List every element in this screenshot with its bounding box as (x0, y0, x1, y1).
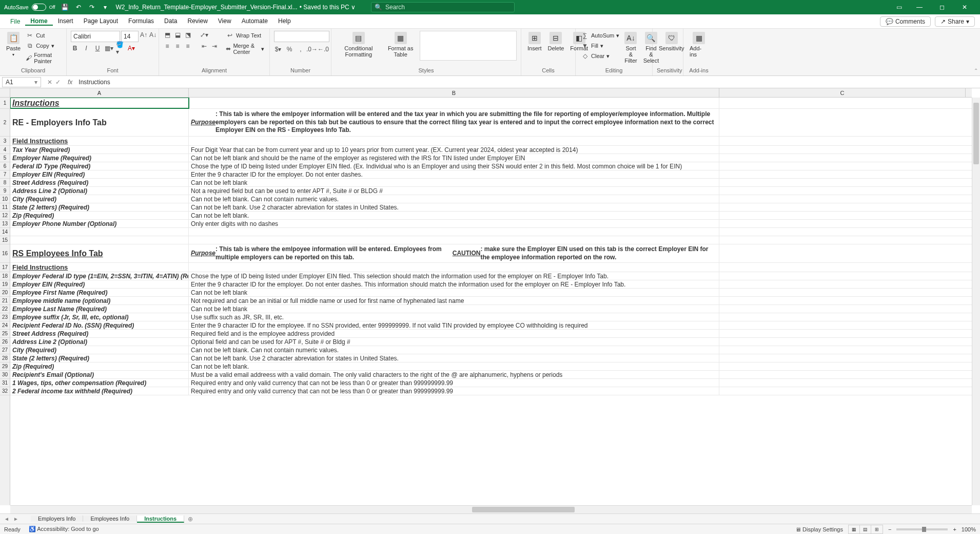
cell[interactable]: 1 Wages, tips, other compensation (Requi… (10, 379, 189, 387)
accounting-icon[interactable]: $▾ (274, 45, 282, 53)
cell[interactable]: Can not be left bank. Use 2 character ab… (189, 203, 719, 211)
cell[interactable]: RE - Employers Info Tab (10, 109, 189, 136)
zoom-out-button[interactable]: − (888, 526, 891, 532)
row-header[interactable]: 19 (0, 280, 10, 289)
cell[interactable] (719, 98, 972, 108)
row-header[interactable]: 22 (0, 305, 10, 313)
copy-button[interactable]: ⧉Copy ▾ (25, 41, 62, 50)
save-status[interactable]: • Saved to this PC ∨ (300, 4, 356, 11)
cell[interactable]: Chose the type of ID being listed under … (189, 162, 719, 170)
row-header[interactable]: 20 (0, 289, 10, 297)
cell[interactable]: Can not be left blank and should be the … (189, 154, 719, 162)
font-name-combo[interactable]: Calibri (71, 31, 120, 42)
tab-data[interactable]: Data (159, 17, 182, 25)
search-box[interactable]: 🔍 Search (371, 2, 515, 12)
cell[interactable]: Employer EIN (Required) (10, 170, 189, 178)
font-color-icon[interactable]: A▾ (127, 44, 135, 52)
cell[interactable]: Purpose : This tab is where the emlpoyer… (189, 109, 719, 136)
cell[interactable]: Employee Last Name (Required) (10, 305, 189, 313)
insert-cells-button[interactable]: ⊞Insert (525, 31, 544, 52)
row-header[interactable]: 14 (0, 228, 10, 236)
row-header[interactable]: 17 (0, 263, 10, 272)
sheet-nav-prev-icon[interactable]: ◄ (4, 516, 9, 522)
enter-formula-icon[interactable]: ✓ (55, 79, 61, 86)
row-header[interactable]: 12 (0, 212, 10, 220)
share-button[interactable]: ↗ Share ▾ (935, 16, 975, 27)
cell[interactable]: Chose the type of ID being listed under … (189, 272, 719, 280)
cell[interactable]: Federal ID Type (Required) (10, 162, 189, 170)
increase-font-icon[interactable]: A↑ (140, 31, 148, 39)
cell[interactable]: Can not be left blank (189, 289, 719, 296)
wrap-text-button[interactable]: ↩Wrap Text (225, 31, 265, 40)
cell[interactable] (719, 363, 972, 370)
increase-indent-icon[interactable]: ⇥ (210, 42, 219, 50)
cell[interactable]: Not required and can be an initial or fu… (189, 297, 719, 304)
accessibility-status[interactable]: ♿ Accessibility: Good to go (29, 526, 99, 532)
format-painter-button[interactable]: 🖌Format Painter (25, 51, 62, 65)
cell[interactable]: Tax Year (Required) (10, 146, 189, 154)
cell[interactable] (719, 236, 972, 244)
autosave-toggle[interactable]: AutoSave Off (4, 4, 55, 11)
cell[interactable]: Employee suffix (Jr, Sr, III, etc, optio… (10, 313, 189, 321)
cell[interactable] (719, 330, 972, 337)
cell[interactable] (719, 272, 972, 280)
close-button[interactable]: ✕ (953, 0, 976, 14)
cell[interactable]: Four Digit Year that can be from current… (189, 146, 719, 154)
align-bottom-icon[interactable]: ⬔ (184, 31, 192, 39)
cell[interactable] (719, 228, 972, 236)
cell[interactable] (189, 228, 719, 236)
sheet-tab-employees-info[interactable]: Employees Info (83, 516, 137, 522)
toggle-off-icon[interactable] (32, 4, 46, 11)
fill-button[interactable]: ▼Fill ▾ (580, 41, 620, 50)
cell[interactable]: Can not be left blank (189, 305, 719, 313)
cell-styles-gallery[interactable] (420, 31, 517, 61)
column-header[interactable]: B (189, 88, 719, 97)
scrollbar-thumb[interactable] (472, 507, 575, 512)
delete-cells-button[interactable]: ⊟Delete (546, 31, 566, 52)
tab-page-layout[interactable]: Page Layout (79, 17, 123, 25)
cell[interactable] (719, 313, 972, 321)
cell[interactable]: Only enter digits with no dashes (189, 220, 719, 227)
row-header[interactable]: 6 (0, 162, 10, 170)
cell[interactable] (719, 297, 972, 304)
cell[interactable] (719, 289, 972, 296)
row-header[interactable]: 13 (0, 220, 10, 228)
new-sheet-button[interactable]: ⊕ (184, 516, 197, 523)
cell[interactable]: Can not be left blank (189, 179, 719, 186)
cell[interactable] (719, 162, 972, 170)
cell[interactable]: Address Line 2 (Optional) (10, 187, 189, 195)
row-header[interactable]: 27 (0, 346, 10, 354)
page-layout-view-icon[interactable]: ▤ (860, 525, 871, 533)
cell[interactable] (719, 220, 972, 227)
row-header[interactable]: 31 (0, 379, 10, 387)
cell[interactable] (719, 321, 972, 329)
cell[interactable]: Required field and is the employee addre… (189, 330, 719, 337)
select-all-corner[interactable] (0, 88, 10, 97)
fill-color-icon[interactable]: 🪣▾ (116, 44, 124, 52)
cell[interactable]: City (Required) (10, 346, 189, 354)
tab-insert[interactable]: Insert (53, 17, 79, 25)
cell[interactable] (719, 212, 972, 219)
row-header[interactable]: 32 (0, 387, 10, 395)
cell[interactable] (719, 280, 972, 288)
cell[interactable]: 2 Federal income tax withheld (Required) (10, 387, 189, 395)
cell[interactable]: Recipient Federal ID No. (SSN) (Required… (10, 321, 189, 329)
cell[interactable]: Enter the 9 character ID for the employe… (189, 170, 719, 178)
vertical-scrollbar[interactable] (972, 98, 980, 505)
cell[interactable] (189, 263, 719, 272)
row-header[interactable]: 15 (0, 236, 10, 244)
cell[interactable]: Must be a valid email addreess with a va… (189, 371, 719, 378)
cell[interactable] (719, 179, 972, 186)
tab-home[interactable]: Home (25, 17, 52, 26)
page-break-view-icon[interactable]: ⊞ (871, 525, 883, 533)
clear-button[interactable]: ◇Clear ▾ (580, 51, 620, 61)
ribbon-display-options-icon[interactable]: ▭ (893, 4, 905, 11)
cell[interactable]: Required entry and only valid currency t… (189, 379, 719, 387)
cell[interactable] (10, 236, 189, 244)
cell[interactable]: Zip (Required) (10, 363, 189, 370)
align-right-icon[interactable]: ≡ (184, 42, 192, 50)
cell[interactable]: Employer EIN (Required) (10, 280, 189, 288)
tab-help[interactable]: Help (273, 17, 296, 25)
row-header[interactable]: 24 (0, 321, 10, 330)
borders-icon[interactable]: ▦▾ (105, 44, 113, 52)
